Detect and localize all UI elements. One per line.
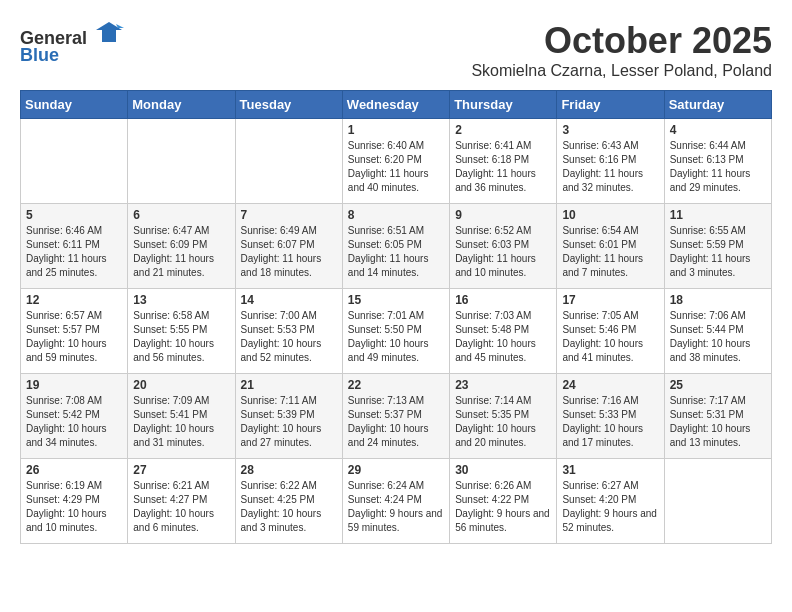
calendar-cell: 11Sunrise: 6:55 AM Sunset: 5:59 PM Dayli…	[664, 204, 771, 289]
day-info: Sunrise: 6:22 AM Sunset: 4:25 PM Dayligh…	[241, 479, 337, 535]
day-number: 5	[26, 208, 122, 222]
day-number: 25	[670, 378, 766, 392]
calendar-cell: 18Sunrise: 7:06 AM Sunset: 5:44 PM Dayli…	[664, 289, 771, 374]
day-number: 7	[241, 208, 337, 222]
day-info: Sunrise: 6:49 AM Sunset: 6:07 PM Dayligh…	[241, 224, 337, 280]
weekday-header-thursday: Thursday	[450, 91, 557, 119]
day-info: Sunrise: 6:26 AM Sunset: 4:22 PM Dayligh…	[455, 479, 551, 535]
weekday-header-tuesday: Tuesday	[235, 91, 342, 119]
day-info: Sunrise: 6:43 AM Sunset: 6:16 PM Dayligh…	[562, 139, 658, 195]
calendar-cell: 21Sunrise: 7:11 AM Sunset: 5:39 PM Dayli…	[235, 374, 342, 459]
day-info: Sunrise: 6:19 AM Sunset: 4:29 PM Dayligh…	[26, 479, 122, 535]
day-info: Sunrise: 7:06 AM Sunset: 5:44 PM Dayligh…	[670, 309, 766, 365]
calendar-cell: 5Sunrise: 6:46 AM Sunset: 6:11 PM Daylig…	[21, 204, 128, 289]
header: General Blue October 2025 Skomielna Czar…	[20, 20, 772, 80]
day-number: 28	[241, 463, 337, 477]
calendar-cell: 14Sunrise: 7:00 AM Sunset: 5:53 PM Dayli…	[235, 289, 342, 374]
calendar-cell: 2Sunrise: 6:41 AM Sunset: 6:18 PM Daylig…	[450, 119, 557, 204]
day-info: Sunrise: 6:54 AM Sunset: 6:01 PM Dayligh…	[562, 224, 658, 280]
calendar-table: SundayMondayTuesdayWednesdayThursdayFrid…	[20, 90, 772, 544]
calendar-cell: 8Sunrise: 6:51 AM Sunset: 6:05 PM Daylig…	[342, 204, 449, 289]
day-info: Sunrise: 7:09 AM Sunset: 5:41 PM Dayligh…	[133, 394, 229, 450]
svg-marker-0	[96, 22, 122, 42]
day-number: 16	[455, 293, 551, 307]
day-info: Sunrise: 7:00 AM Sunset: 5:53 PM Dayligh…	[241, 309, 337, 365]
day-number: 23	[455, 378, 551, 392]
calendar-cell: 3Sunrise: 6:43 AM Sunset: 6:16 PM Daylig…	[557, 119, 664, 204]
logo: General Blue	[20, 20, 124, 66]
day-info: Sunrise: 6:55 AM Sunset: 5:59 PM Dayligh…	[670, 224, 766, 280]
weekday-header-saturday: Saturday	[664, 91, 771, 119]
calendar-week-row: 1Sunrise: 6:40 AM Sunset: 6:20 PM Daylig…	[21, 119, 772, 204]
day-number: 22	[348, 378, 444, 392]
calendar-cell: 4Sunrise: 6:44 AM Sunset: 6:13 PM Daylig…	[664, 119, 771, 204]
day-number: 9	[455, 208, 551, 222]
calendar-week-row: 5Sunrise: 6:46 AM Sunset: 6:11 PM Daylig…	[21, 204, 772, 289]
weekday-header-wednesday: Wednesday	[342, 91, 449, 119]
day-info: Sunrise: 6:27 AM Sunset: 4:20 PM Dayligh…	[562, 479, 658, 535]
day-info: Sunrise: 6:44 AM Sunset: 6:13 PM Dayligh…	[670, 139, 766, 195]
logo-blue-text: Blue	[20, 45, 124, 66]
day-number: 3	[562, 123, 658, 137]
weekday-header-monday: Monday	[128, 91, 235, 119]
calendar-cell: 28Sunrise: 6:22 AM Sunset: 4:25 PM Dayli…	[235, 459, 342, 544]
day-number: 19	[26, 378, 122, 392]
calendar-cell	[235, 119, 342, 204]
day-info: Sunrise: 7:13 AM Sunset: 5:37 PM Dayligh…	[348, 394, 444, 450]
day-number: 30	[455, 463, 551, 477]
day-number: 29	[348, 463, 444, 477]
calendar-cell: 22Sunrise: 7:13 AM Sunset: 5:37 PM Dayli…	[342, 374, 449, 459]
calendar-cell: 13Sunrise: 6:58 AM Sunset: 5:55 PM Dayli…	[128, 289, 235, 374]
day-info: Sunrise: 6:46 AM Sunset: 6:11 PM Dayligh…	[26, 224, 122, 280]
calendar-cell: 7Sunrise: 6:49 AM Sunset: 6:07 PM Daylig…	[235, 204, 342, 289]
calendar-cell: 17Sunrise: 7:05 AM Sunset: 5:46 PM Dayli…	[557, 289, 664, 374]
day-number: 24	[562, 378, 658, 392]
logo-bird-icon	[94, 20, 124, 44]
day-info: Sunrise: 7:03 AM Sunset: 5:48 PM Dayligh…	[455, 309, 551, 365]
calendar-cell: 10Sunrise: 6:54 AM Sunset: 6:01 PM Dayli…	[557, 204, 664, 289]
day-info: Sunrise: 7:16 AM Sunset: 5:33 PM Dayligh…	[562, 394, 658, 450]
day-number: 13	[133, 293, 229, 307]
day-info: Sunrise: 6:40 AM Sunset: 6:20 PM Dayligh…	[348, 139, 444, 195]
day-number: 10	[562, 208, 658, 222]
location-title: Skomielna Czarna, Lesser Poland, Poland	[471, 62, 772, 80]
day-info: Sunrise: 7:05 AM Sunset: 5:46 PM Dayligh…	[562, 309, 658, 365]
weekday-header-friday: Friday	[557, 91, 664, 119]
day-number: 26	[26, 463, 122, 477]
day-number: 11	[670, 208, 766, 222]
calendar-cell: 6Sunrise: 6:47 AM Sunset: 6:09 PM Daylig…	[128, 204, 235, 289]
calendar-cell: 29Sunrise: 6:24 AM Sunset: 4:24 PM Dayli…	[342, 459, 449, 544]
calendar-cell: 31Sunrise: 6:27 AM Sunset: 4:20 PM Dayli…	[557, 459, 664, 544]
calendar-cell: 12Sunrise: 6:57 AM Sunset: 5:57 PM Dayli…	[21, 289, 128, 374]
calendar-cell: 20Sunrise: 7:09 AM Sunset: 5:41 PM Dayli…	[128, 374, 235, 459]
calendar-cell	[128, 119, 235, 204]
day-number: 17	[562, 293, 658, 307]
day-number: 8	[348, 208, 444, 222]
day-info: Sunrise: 6:47 AM Sunset: 6:09 PM Dayligh…	[133, 224, 229, 280]
calendar-cell: 1Sunrise: 6:40 AM Sunset: 6:20 PM Daylig…	[342, 119, 449, 204]
calendar-cell: 26Sunrise: 6:19 AM Sunset: 4:29 PM Dayli…	[21, 459, 128, 544]
calendar-cell: 19Sunrise: 7:08 AM Sunset: 5:42 PM Dayli…	[21, 374, 128, 459]
day-info: Sunrise: 6:51 AM Sunset: 6:05 PM Dayligh…	[348, 224, 444, 280]
calendar-week-row: 12Sunrise: 6:57 AM Sunset: 5:57 PM Dayli…	[21, 289, 772, 374]
day-info: Sunrise: 7:08 AM Sunset: 5:42 PM Dayligh…	[26, 394, 122, 450]
day-info: Sunrise: 6:52 AM Sunset: 6:03 PM Dayligh…	[455, 224, 551, 280]
day-info: Sunrise: 6:58 AM Sunset: 5:55 PM Dayligh…	[133, 309, 229, 365]
calendar-cell: 23Sunrise: 7:14 AM Sunset: 5:35 PM Dayli…	[450, 374, 557, 459]
day-number: 4	[670, 123, 766, 137]
calendar-cell: 30Sunrise: 6:26 AM Sunset: 4:22 PM Dayli…	[450, 459, 557, 544]
calendar-cell: 9Sunrise: 6:52 AM Sunset: 6:03 PM Daylig…	[450, 204, 557, 289]
weekday-header-sunday: Sunday	[21, 91, 128, 119]
month-title: October 2025	[471, 20, 772, 62]
day-info: Sunrise: 6:57 AM Sunset: 5:57 PM Dayligh…	[26, 309, 122, 365]
day-number: 15	[348, 293, 444, 307]
calendar-cell: 15Sunrise: 7:01 AM Sunset: 5:50 PM Dayli…	[342, 289, 449, 374]
calendar-cell: 25Sunrise: 7:17 AM Sunset: 5:31 PM Dayli…	[664, 374, 771, 459]
calendar-cell	[664, 459, 771, 544]
day-info: Sunrise: 7:11 AM Sunset: 5:39 PM Dayligh…	[241, 394, 337, 450]
day-number: 6	[133, 208, 229, 222]
day-number: 27	[133, 463, 229, 477]
day-info: Sunrise: 6:24 AM Sunset: 4:24 PM Dayligh…	[348, 479, 444, 535]
day-info: Sunrise: 7:01 AM Sunset: 5:50 PM Dayligh…	[348, 309, 444, 365]
day-number: 2	[455, 123, 551, 137]
